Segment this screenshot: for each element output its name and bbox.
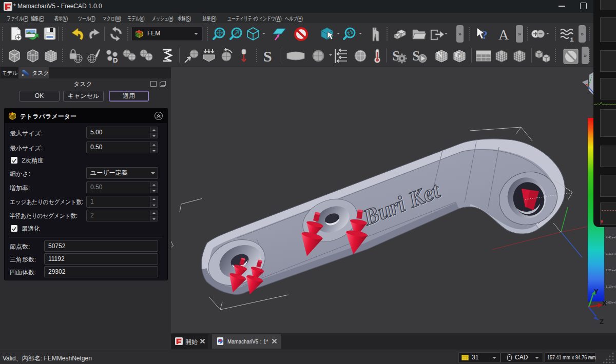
svg-text:N: N bbox=[437, 51, 442, 59]
svg-text:Y: Y bbox=[594, 288, 599, 295]
svg-text:i: i bbox=[570, 36, 574, 42]
svg-text:Z: Z bbox=[600, 318, 604, 326]
svg-text:A: A bbox=[498, 27, 509, 41]
svg-text:?: ? bbox=[482, 28, 488, 42]
svg-text:S: S bbox=[263, 48, 272, 64]
svg-text:D: D bbox=[113, 56, 118, 64]
svg-text:S: S bbox=[412, 48, 420, 64]
svg-text:4.41e+01: 4.41e+01 bbox=[606, 236, 616, 239]
svg-text:X: X bbox=[602, 299, 607, 307]
svg-text:3.31e+01: 3.31e+01 bbox=[606, 252, 616, 255]
svg-text:1.10e+01: 1.10e+01 bbox=[606, 285, 616, 288]
svg-text:G: G bbox=[455, 51, 461, 59]
svg-text:0.00e+00: 0.00e+00 bbox=[606, 301, 616, 304]
svg-text:2.21e+01: 2.21e+01 bbox=[606, 269, 616, 272]
